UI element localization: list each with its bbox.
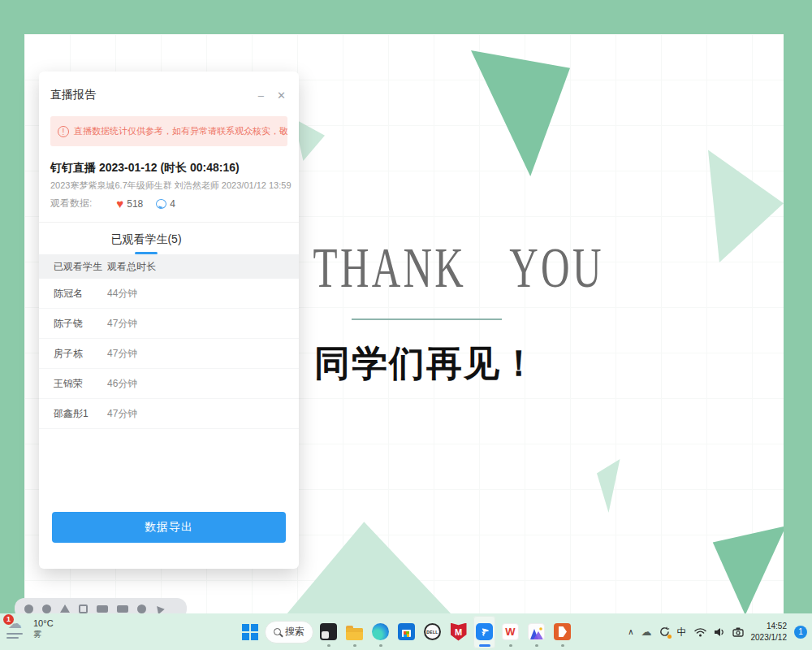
minimize-button[interactable]: – [258, 90, 264, 101]
taskbar: ☁ 1 10°C 雾 搜索 [0, 613, 812, 650]
weather-widget[interactable]: ☁ 1 10°C 雾 [6, 617, 54, 641]
slide-divider [352, 318, 502, 320]
search-box[interactable]: 搜索 [265, 621, 313, 644]
broadcast-summary: 钉钉直播 2023-01-12 (时长 00:48:16) 2023寒梦紫泉城6… [50, 159, 287, 210]
dingtalk-icon [476, 623, 493, 640]
start-button[interactable] [239, 616, 261, 648]
table-row: 邵鑫彤1 47分钟 [39, 399, 299, 429]
tray-time: 14:52 [767, 622, 787, 630]
slide-content: THANK YOU 同学们再见！ [288, 236, 564, 388]
table-row: 陈冠名 44分钟 [39, 279, 299, 309]
microsoft-store-icon [398, 623, 415, 640]
wps-office-icon: W [502, 623, 519, 640]
column-header-duration: 观看总时长 [107, 260, 156, 274]
tab-bar: 已观看学生(5) [39, 222, 299, 254]
taskbar-app-media[interactable] [551, 616, 573, 648]
pointer-icon[interactable] [60, 604, 70, 613]
hidden-icons-chevron[interactable]: ∧ [628, 628, 633, 636]
column-header-student: 已观看学生 [39, 260, 107, 274]
weather-condition: 雾 [33, 630, 54, 640]
pen-icon[interactable] [24, 604, 33, 613]
stats-label: 观看数据: [50, 197, 92, 210]
cloud-icon[interactable]: ☁ [641, 626, 652, 637]
windows-logo-icon [242, 624, 258, 640]
ime-indicator[interactable]: 中 [677, 627, 687, 637]
frame-icon[interactable] [79, 604, 88, 613]
comment-bubble-icon [156, 199, 166, 209]
tab-watched-students[interactable]: 已观看学生(5) [39, 232, 253, 254]
notes-icon[interactable] [117, 605, 128, 613]
tab-label: 已观看学生(5) [110, 232, 181, 245]
triangle-decoration [286, 520, 452, 613]
table-row: 陈子铙 47分钟 [39, 309, 299, 339]
broadcast-stats: 观看数据: ♥ 518 4 [50, 197, 287, 210]
weather-temperature: 10°C [33, 618, 54, 630]
taskbar-app-dingtalk[interactable] [473, 616, 495, 648]
running-indicator [509, 644, 512, 647]
photos-dark-icon [320, 623, 337, 640]
taskbar-app-mcafee[interactable]: M [447, 616, 469, 648]
orange-media-icon [554, 623, 571, 640]
table-row: 王锦荣 46分钟 [39, 369, 299, 399]
taskbar-app-dell[interactable]: DELL [421, 616, 443, 648]
close-button[interactable]: ✕ [277, 90, 286, 101]
watch-duration: 46分钟 [107, 377, 137, 391]
triangle-decoration [471, 50, 570, 176]
watch-duration: 47分钟 [107, 407, 137, 421]
taskbar-app-wps[interactable]: W [499, 616, 521, 648]
desktop: { "theme": { "desktop_green": "#8ccaa9",… [0, 0, 812, 650]
like-count: 518 [127, 198, 143, 210]
fog-weather-icon: ☁ 1 [6, 617, 28, 641]
info-icon: ! [58, 126, 69, 137]
wifi-icon[interactable] [694, 627, 706, 637]
volume-icon[interactable] [714, 627, 725, 637]
highlighter-icon[interactable] [42, 604, 51, 613]
student-name: 陈子铙 [39, 317, 107, 331]
clock[interactable]: 14:52 2023/1/12 [751, 621, 788, 643]
weather-alert-badge: 1 [3, 614, 14, 625]
cursor-icon[interactable] [153, 603, 164, 613]
disclaimer-text: 直播数据统计仅供参考，如有异常请联系观众核实，敬请谅解 [74, 125, 287, 137]
mcafee-shield-icon: M [451, 623, 467, 641]
camera-icon[interactable] [732, 627, 744, 637]
running-indicator [561, 644, 564, 647]
taskbar-app-edge[interactable] [369, 616, 391, 648]
disclaimer-banner: ! 直播数据统计仅供参考，如有异常请联系观众核实，敬请谅解 [50, 116, 287, 146]
taskbar-app-file-explorer[interactable] [343, 616, 365, 648]
student-name: 邵鑫彤1 [39, 407, 107, 421]
taskbar-app-microsoft-store[interactable] [395, 616, 417, 648]
tray-date: 2023/1/12 [751, 633, 788, 642]
folder-icon [346, 628, 363, 640]
active-app-indicator [479, 644, 490, 647]
broadcast-title: 钉钉直播 2023-01-12 (时长 00:48:16) [50, 159, 287, 176]
system-tray: ∧ ☁ 中 [628, 613, 807, 650]
triangle-decoration [710, 524, 784, 613]
table-row: 房子栋 47分钟 [39, 339, 299, 369]
edge-browser-icon [372, 623, 389, 640]
dialog-title: 直播报告 [50, 88, 96, 102]
like-heart-icon: ♥ [116, 197, 123, 210]
taskbar-center: 搜索 DELL M [239, 613, 573, 650]
comment-count: 4 [170, 198, 175, 210]
student-name: 王锦荣 [39, 377, 107, 391]
data-export-button[interactable]: 数据导出 [52, 512, 286, 543]
slide-farewell-text: 同学们再见！ [288, 340, 564, 388]
watch-duration: 47分钟 [107, 347, 137, 361]
slide-title: THANK YOU [313, 236, 540, 299]
slides-icon[interactable] [97, 605, 108, 613]
sync-icon[interactable] [659, 626, 670, 637]
taskbar-app-photos[interactable] [317, 616, 339, 648]
watch-duration: 47分钟 [107, 317, 137, 331]
more-tools-icon[interactable] [137, 604, 146, 613]
taskbar-app-mountain[interactable] [525, 616, 547, 648]
running-indicator [379, 644, 382, 647]
notification-count-badge[interactable]: 1 [794, 626, 807, 639]
dialog-titlebar: 直播报告 – ✕ [39, 72, 299, 102]
running-indicator [327, 644, 330, 647]
dell-icon: DELL [424, 623, 441, 640]
student-name: 陈冠名 [39, 287, 107, 301]
watch-duration: 44分钟 [107, 287, 137, 301]
triangle-decoration [595, 457, 636, 514]
search-label: 搜索 [285, 625, 304, 639]
table-header: 已观看学生 观看总时长 [39, 254, 299, 279]
